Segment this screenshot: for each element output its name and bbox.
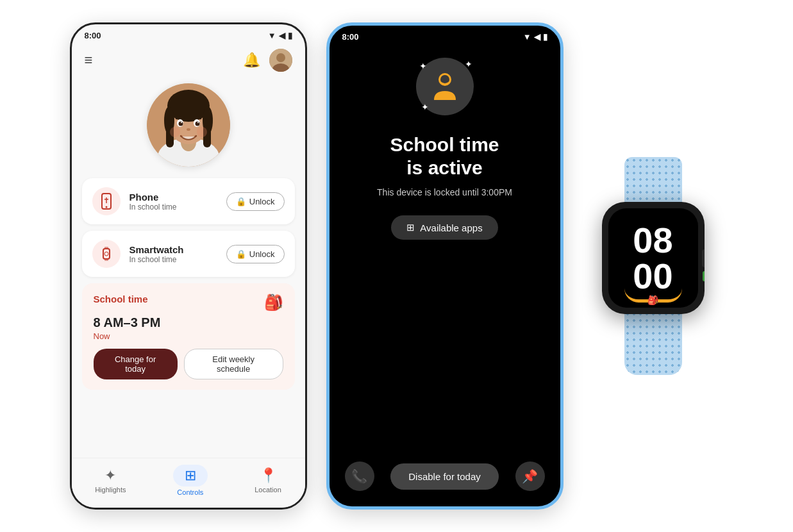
nav-location[interactable]: 📍 Location xyxy=(255,467,281,494)
controls-icon-wrap: ⊞ xyxy=(173,465,208,486)
smartwatch-device-status: In school time xyxy=(129,255,217,264)
smartwatch-unlock-button[interactable]: 🔒 Unlock xyxy=(226,245,285,263)
watch-band-bottom xyxy=(624,304,682,375)
menu-icon[interactable]: ≡ xyxy=(85,52,93,69)
p2-bottom-bar: 📞 Disable for today 📌 xyxy=(330,453,560,506)
pin-icon: 📌 xyxy=(522,469,538,484)
controls-icon: ⊞ xyxy=(185,467,196,483)
watch-body: 08 00 🎒 xyxy=(602,202,705,314)
watch-screen: 08 00 🎒 xyxy=(608,208,698,308)
sparkle-tl: ✦ xyxy=(419,61,427,71)
smartwatch-unlock-label: Unlock xyxy=(249,249,275,259)
school-active-title: School timeis active xyxy=(390,133,499,179)
smartwatch: 08 00 🎒 xyxy=(583,157,724,375)
watch-school-icon: 🎒 xyxy=(647,295,658,305)
school-active-icon-circle: ✦ ✦ ✦ xyxy=(416,58,474,115)
phone-unlock-button[interactable]: 🔒 Unlock xyxy=(226,192,285,211)
svg-point-20 xyxy=(197,127,207,137)
notification-bell-icon[interactable]: 🔔 xyxy=(243,52,260,69)
smartwatch-device-icon xyxy=(97,245,115,263)
highlights-label: Highlights xyxy=(95,486,126,494)
status-bar-1: 8:00 ▼ ◀ ▮ xyxy=(72,24,305,44)
phone-device-name: Phone xyxy=(129,192,217,203)
svg-point-17 xyxy=(197,122,199,123)
time-2: 8:00 xyxy=(342,32,359,42)
lock-icon-2: 🔒 xyxy=(236,249,246,259)
phone-2: 8:00 ▼ ◀ ▮ ✦ ✦ ✦ Schoo xyxy=(326,22,563,510)
phone-1: 8:00 ▼ ◀ ▮ ≡ 🔔 xyxy=(70,22,307,510)
watch-side-button-green[interactable] xyxy=(703,271,705,281)
nav-controls[interactable]: ⊞ Controls xyxy=(173,465,208,496)
highlights-icon: ✦ xyxy=(104,467,116,484)
status-bar-2: 8:00 ▼ ◀ ▮ xyxy=(330,26,560,45)
school-active-subtitle: This device is locked until 3:00PM xyxy=(377,187,512,197)
disable-for-today-button[interactable]: Disable for today xyxy=(390,463,499,490)
pin-button[interactable]: 📌 xyxy=(515,461,545,491)
watch-side-button[interactable] xyxy=(702,249,705,267)
watch-hour: 08 xyxy=(633,222,672,258)
p1-header: ≡ 🔔 xyxy=(72,44,305,77)
svg-rect-28 xyxy=(104,258,108,261)
svg-point-15 xyxy=(195,122,199,126)
school-hours: 8 AM–3 PM xyxy=(94,315,283,330)
grid-icon: ⊞ xyxy=(406,222,415,233)
phone-call-icon: 📞 xyxy=(351,469,367,484)
scene: 8:00 ▼ ◀ ▮ ≡ 🔔 xyxy=(0,0,793,532)
svg-point-23 xyxy=(105,206,107,208)
phone-call-button[interactable]: 📞 xyxy=(345,461,374,491)
school-now: Now xyxy=(94,331,283,341)
student-icon xyxy=(428,69,462,104)
status-icons-1: ▼ ◀ ▮ xyxy=(268,31,292,40)
sparkle-tr: ✦ xyxy=(465,59,472,69)
bottom-nav: ✦ Highlights ⊞ Controls 📍 Location xyxy=(72,458,305,508)
svg-point-14 xyxy=(178,122,183,126)
child-avatar xyxy=(147,83,230,167)
time-1: 8:00 xyxy=(85,31,101,40)
user-avatar[interactable] xyxy=(269,49,292,72)
smartwatch-device-info: Smartwatch In school time xyxy=(129,244,217,264)
unlock-label: Unlock xyxy=(249,197,275,206)
location-icon: 📍 xyxy=(260,467,277,484)
controls-label: Controls xyxy=(177,488,203,496)
phone-device-status: In school time xyxy=(129,203,217,212)
location-label: Location xyxy=(255,486,281,494)
phone-device-info: Phone In school time xyxy=(129,192,217,212)
school-time-icon: 🎒 xyxy=(264,294,283,312)
smartwatch-device-card: Smartwatch In school time 🔒 Unlock xyxy=(82,231,295,277)
lock-icon: 🔒 xyxy=(236,197,246,206)
svg-point-29 xyxy=(104,252,108,256)
svg-rect-27 xyxy=(104,247,108,249)
header-icons: 🔔 xyxy=(243,49,292,72)
phone-device-icon xyxy=(97,192,115,210)
svg-point-19 xyxy=(170,127,180,137)
phone-device-card: Phone In school time 🔒 Unlock xyxy=(82,178,295,224)
available-apps-label: Available apps xyxy=(420,222,482,233)
smartwatch-device-name: Smartwatch xyxy=(129,244,217,255)
phone-icon-wrap xyxy=(92,187,121,215)
status-icons-2: ▼ ◀ ▮ xyxy=(523,32,547,42)
p2-content: ✦ ✦ ✦ School timeis active This device i… xyxy=(330,45,560,253)
svg-point-16 xyxy=(181,122,182,123)
svg-point-1 xyxy=(276,53,285,62)
sparkle-bl: ✦ xyxy=(421,102,429,112)
school-time-card: School time 🎒 8 AM–3 PM Now Change for t… xyxy=(82,283,295,390)
school-buttons: Change for today Edit weekly schedule xyxy=(94,349,283,379)
svg-point-18 xyxy=(187,128,190,131)
school-time-label: School time xyxy=(94,294,148,304)
smartwatch-icon-wrap xyxy=(92,240,121,268)
change-for-today-button[interactable]: Change for today xyxy=(94,349,178,379)
nav-highlights[interactable]: ✦ Highlights xyxy=(95,467,126,494)
school-time-header: School time 🎒 xyxy=(94,294,283,312)
available-apps-button[interactable]: ⊞ Available apps xyxy=(391,215,497,240)
edit-weekly-schedule-button[interactable]: Edit weekly schedule xyxy=(184,349,283,379)
